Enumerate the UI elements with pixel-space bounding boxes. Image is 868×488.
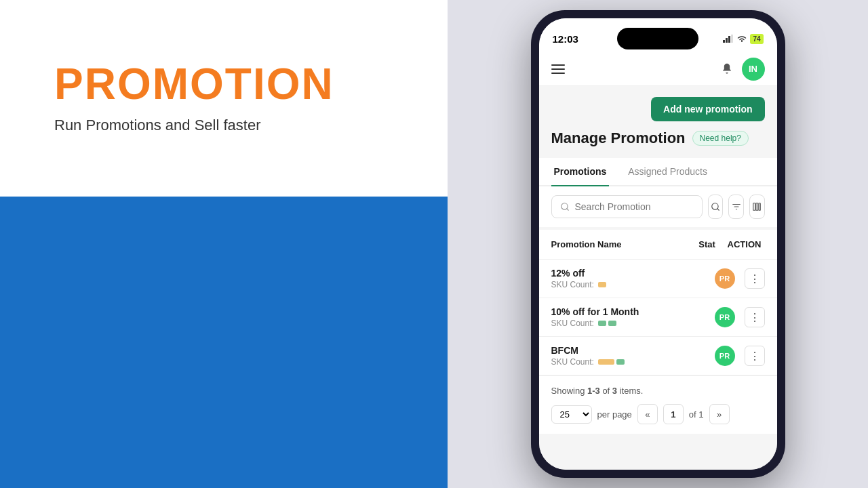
status-badge: PR: [715, 346, 735, 366]
left-top-section: PROMOTION Run Promotions and Sell faster: [0, 0, 448, 197]
row-info: BFCM SKU Count:: [551, 345, 715, 367]
search-box: [551, 195, 703, 218]
sku-dot: [598, 321, 606, 326]
help-badge[interactable]: Need help?: [692, 131, 749, 146]
signal-icon: [723, 35, 734, 43]
wifi-icon: [736, 35, 747, 43]
row-promotion-name: BFCM: [551, 345, 715, 356]
status-time: 12:03: [553, 33, 578, 45]
search-input[interactable]: [575, 201, 694, 212]
sku-dots: [598, 321, 616, 326]
sku-dot: [616, 359, 625, 365]
notification-icon[interactable]: [720, 62, 734, 76]
battery-badge: 74: [750, 34, 763, 44]
sku-dot: [598, 359, 614, 365]
last-page-button[interactable]: »: [709, 404, 730, 424]
search-btn-icon: [711, 202, 720, 211]
table-row: BFCM SKU Count: PR ⋮: [539, 337, 777, 375]
columns-button[interactable]: [749, 195, 765, 219]
table-row: 12% off SKU Count: PR ⋮: [539, 260, 777, 298]
phone-screen: 12:03 74: [539, 18, 777, 470]
left-bottom-section: [0, 197, 448, 488]
tabs-bar: Promotions Assigned Products: [539, 158, 777, 186]
page-title-row: Manage Promotion Need help?: [551, 129, 765, 147]
phone-frame: 12:03 74: [531, 10, 785, 478]
per-page-label: per page: [597, 409, 632, 420]
action-menu-button[interactable]: ⋮: [745, 346, 765, 366]
col-header-action: ACTION: [724, 239, 765, 249]
header-top: Add new promotion: [551, 97, 765, 121]
row-info: 10% off for 1 Month SKU Count:: [551, 306, 715, 328]
row-promotion-name: 10% off for 1 Month: [551, 306, 715, 317]
col-header-name: Promotion Name: [551, 239, 690, 249]
filter-icon: [732, 202, 741, 211]
current-page: 1: [663, 404, 684, 424]
page-controls: 25 50 100 per page « 1 of 1 »: [551, 404, 765, 424]
filter-button[interactable]: [728, 195, 744, 219]
user-avatar[interactable]: IN: [742, 58, 765, 81]
per-page-select[interactable]: 25 50 100: [551, 405, 592, 424]
sku-dots: [598, 359, 625, 365]
row-promotion-name: 12% off: [551, 268, 715, 279]
main-content: Add new promotion Manage Promotion Need …: [539, 86, 777, 470]
page-title: Manage Promotion: [551, 129, 686, 147]
svg-rect-7: [756, 203, 758, 211]
tab-promotions[interactable]: Promotions: [551, 158, 610, 186]
action-menu-button[interactable]: ⋮: [745, 268, 765, 289]
svg-rect-6: [753, 203, 755, 211]
add-promotion-button[interactable]: Add new promotion: [651, 97, 764, 121]
nav-bar: IN: [539, 52, 777, 86]
pagination-area: Showing 1-3 of 3 items. 25 50 100 per pa…: [539, 375, 777, 434]
row-sku: SKU Count:: [551, 357, 715, 367]
row-info: 12% off SKU Count:: [551, 268, 715, 289]
promo-subtitle: Run Promotions and Sell faster: [54, 117, 393, 134]
right-panel: 12:03 74: [448, 0, 868, 488]
sku-dot: [598, 282, 606, 287]
svg-rect-1: [726, 38, 728, 43]
status-bar: 12:03 74: [539, 18, 777, 52]
row-sku: SKU Count:: [551, 280, 715, 289]
status-icons: 74: [723, 34, 763, 44]
dynamic-island: [617, 28, 698, 49]
action-menu-button[interactable]: ⋮: [745, 307, 765, 327]
columns-icon: [752, 202, 762, 211]
svg-rect-8: [759, 203, 760, 211]
tab-assigned-products[interactable]: Assigned Products: [625, 158, 710, 186]
status-badge: PR: [715, 268, 735, 289]
table-header: Promotion Name Stat ACTION: [539, 230, 777, 260]
col-header-status: Stat: [690, 239, 724, 249]
first-page-button[interactable]: «: [637, 404, 658, 424]
svg-rect-2: [728, 36, 730, 43]
nav-right: IN: [720, 58, 765, 81]
search-icon: [560, 202, 570, 211]
svg-rect-0: [723, 40, 725, 43]
sku-dots: [598, 282, 606, 287]
left-panel: PROMOTION Run Promotions and Sell faster: [0, 0, 448, 488]
table-row: 10% off for 1 Month SKU Count: PR ⋮: [539, 298, 777, 337]
row-sku: SKU Count:: [551, 319, 715, 328]
header-area: Add new promotion Manage Promotion Need …: [539, 86, 777, 152]
status-badge: PR: [715, 307, 735, 327]
promo-title: PROMOTION: [54, 62, 393, 106]
hamburger-menu[interactable]: [551, 64, 565, 74]
showing-text: Showing 1-3 of 3 items.: [551, 386, 765, 396]
search-button[interactable]: [708, 195, 724, 219]
search-area: [539, 186, 777, 227]
table-area: Promotion Name Stat ACTION 12% off SKU C…: [539, 230, 777, 375]
sku-dot: [608, 321, 616, 326]
of-pages-text: of 1: [689, 409, 704, 420]
svg-rect-3: [731, 35, 733, 43]
